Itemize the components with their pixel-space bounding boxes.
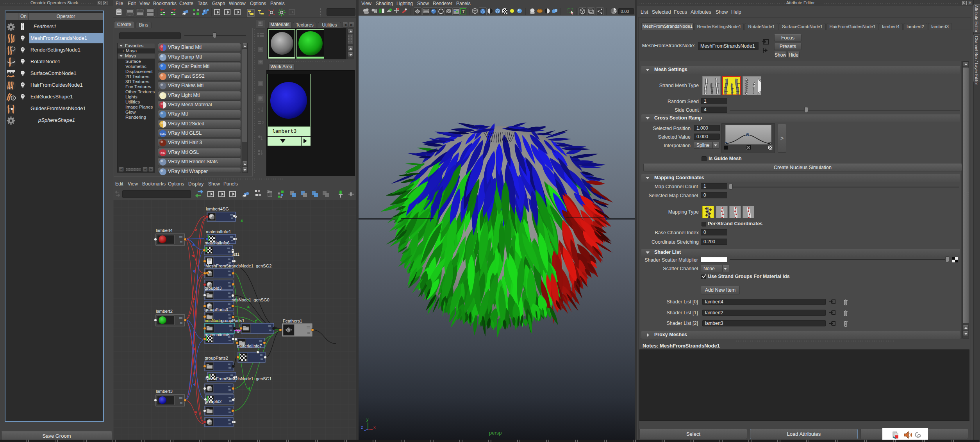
svg-text:GLSL: GLSL <box>160 133 166 135</box>
svg-text:groupParts1: groupParts1 <box>221 318 245 323</box>
svg-text:lambert4SG: lambert4SG <box>206 207 229 211</box>
svg-text:materialInfo4: materialInfo4 <box>206 229 231 234</box>
svg-text:+: + <box>257 189 259 193</box>
svg-text:OSL: OSL <box>161 152 166 154</box>
svg-text:ndsNode: ndsNode <box>205 318 222 323</box>
svg-text:y: y <box>366 417 369 422</box>
svg-text:materialInfo7: materialInfo7 <box>237 344 262 348</box>
svg-text:groupParts3: groupParts3 <box>205 307 228 312</box>
svg-text:lambert2: lambert2 <box>156 309 173 314</box>
svg-text:z: z <box>361 425 363 430</box>
svg-text:MeshFromStrandsNode1_genSG1: MeshFromStrandsNode1_genSG1 <box>205 376 271 381</box>
svg-text:groupId3: groupId3 <box>205 286 221 291</box>
svg-text:MeshFromStrandsNode1_genSG2: MeshFromStrandsNode1_genSG2 <box>205 264 271 268</box>
svg-text:Z: Z <box>258 110 260 113</box>
svg-text:Feathers1: Feathers1 <box>283 319 302 323</box>
svg-text:x: x <box>373 425 376 430</box>
svg-text:lambert4: lambert4 <box>156 228 173 233</box>
svg-text:materialInfo6: materialInfo6 <box>205 241 230 245</box>
svg-text:groupId2: groupId2 <box>205 399 221 404</box>
svg-text:lambert3: lambert3 <box>156 389 173 394</box>
svg-text:ndsNode1_genSG0: ndsNode1_genSG0 <box>232 298 270 302</box>
svg-text:groupParts2: groupParts2 <box>205 356 228 360</box>
